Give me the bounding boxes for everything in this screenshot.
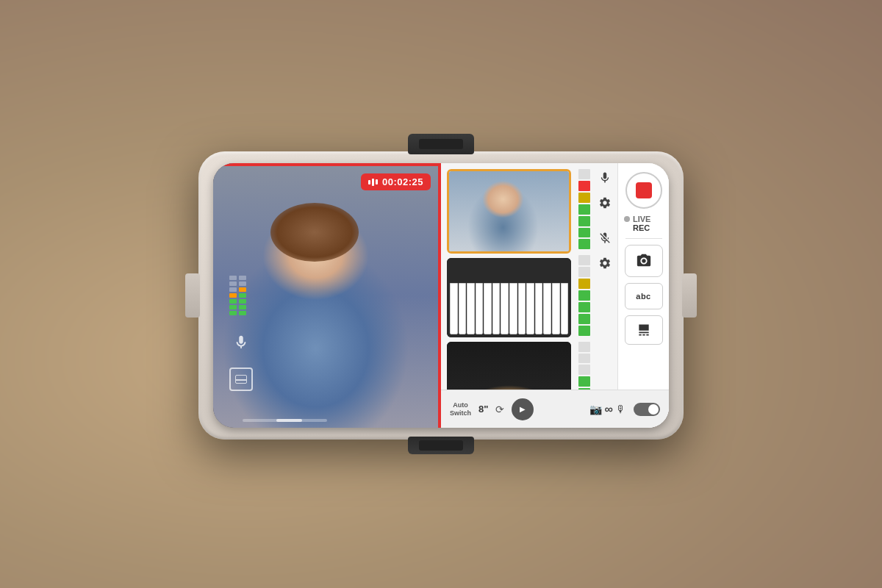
level-meters-right: [577, 163, 592, 428]
timer-display: 00:02:25: [382, 176, 423, 187]
phone-holder: 00:02:25: [198, 151, 684, 440]
infinity-icon: ∞: [605, 403, 613, 416]
phone-scrollbar[interactable]: [243, 419, 327, 422]
mic2-button[interactable]: [595, 228, 615, 248]
monitor-button[interactable]: [625, 315, 663, 345]
auto-switch-label: AutoSwitch: [450, 401, 471, 417]
right-sidebar: LIVE REC abc: [617, 163, 669, 428]
camera-bottom-icon: 📷: [589, 404, 602, 415]
live-rec-labels: LIVE REC: [618, 215, 669, 232]
controls-col: [592, 163, 617, 428]
ui-panel: LIVE REC abc: [441, 163, 669, 428]
duration-badge: 8": [478, 404, 488, 415]
mic1-button[interactable]: [595, 168, 615, 188]
meter-grid: [229, 276, 246, 315]
top-clip: [408, 134, 474, 154]
source-thumb-2[interactable]: [447, 258, 571, 338]
sources-area: [441, 163, 577, 428]
text-overlay-button[interactable]: abc: [625, 283, 663, 309]
bottom-clip: [408, 437, 474, 454]
rec-badge: 00:02:25: [361, 173, 431, 190]
cam-layout-icon[interactable]: [229, 368, 253, 391]
rec-bars: [368, 179, 378, 186]
camera-icon-button[interactable]: [625, 245, 663, 277]
sync-icon: ⟳: [495, 404, 504, 415]
sidebar-divider: [625, 238, 662, 239]
record-dot: [636, 182, 652, 198]
settings1-button[interactable]: [595, 193, 615, 213]
toggle-switch[interactable]: [634, 403, 660, 416]
text-overlay-label: abc: [636, 292, 650, 301]
rec-border-top: [213, 163, 441, 166]
bottom-icons: 📷 ∞ 🎙: [589, 403, 626, 416]
level-meter: [229, 276, 246, 315]
live-label: LIVE: [633, 215, 650, 223]
mic-bottom-icon: 🎙: [616, 404, 626, 415]
play-button[interactable]: ▶: [512, 398, 534, 420]
settings2-button[interactable]: [595, 253, 615, 273]
phone-mount: 00:02:25: [198, 134, 684, 454]
camera-view: 00:02:25: [213, 163, 441, 428]
play-icon: ▶: [520, 405, 526, 413]
rec-label: REC: [633, 223, 650, 232]
record-button[interactable]: [625, 172, 662, 209]
rec-border-left: [438, 163, 441, 428]
phone: 00:02:25: [213, 163, 669, 428]
live-status-dot: [624, 216, 630, 222]
bottom-bar: AutoSwitch 8" ⟳ ▶ 📷 ∞ 🎙: [441, 390, 669, 428]
source-thumb-1[interactable]: [447, 169, 571, 254]
cam-mic-icon: [229, 331, 253, 354]
